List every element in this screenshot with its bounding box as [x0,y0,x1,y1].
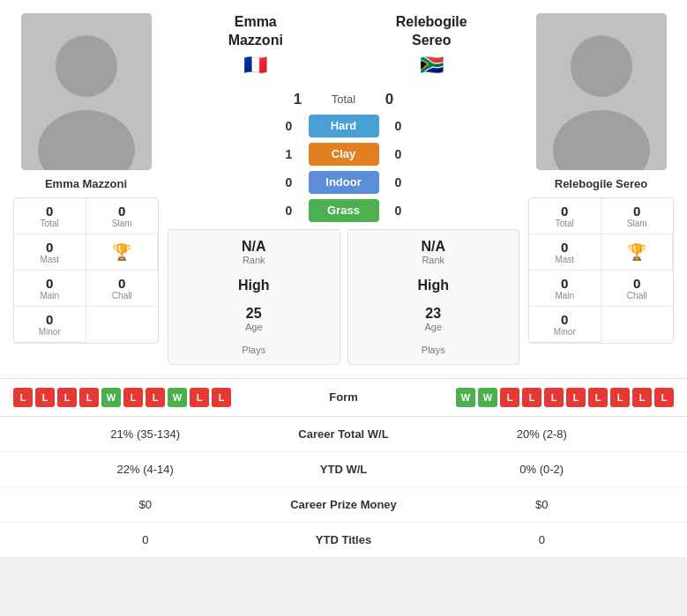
stats-row-right-2: $0 [414,498,670,511]
grass-score-right: 0 [386,204,411,218]
hard-row: 0 Hard 0 [168,112,519,140]
left-player-flag: 🇫🇷 [168,54,344,77]
right-stat-main: 0 Main [529,271,601,307]
left-stat-main: 0 Main [14,271,86,307]
right-high-row: High [417,278,449,293]
right-stat-total: 0 Total [529,198,601,234]
clay-score-right: 0 [386,147,411,161]
form-badge-right-3: L [522,388,541,407]
main-container: Emma Mazzoni 0 Total 0 Slam 0 Mast 🏆 [0,0,687,558]
stats-row-left-3: 0 [18,533,273,546]
left-player-stats-grid: 0 Total 0 Slam 0 Mast 🏆 0 Main [13,197,159,344]
form-badge-left-7: W [168,388,187,407]
clay-row: 1 Clay 0 [168,140,519,168]
indoor-row: 0 Indoor 0 [168,168,519,197]
total-row: 1 Total 0 [168,85,519,112]
right-rank-row: N/A Rank [421,239,445,265]
indoor-label: Indoor [309,171,379,194]
surface-scores-block: 1 Total 0 0 Hard 0 1 Clay 0 0 [168,85,519,225]
left-player-column: Emma Mazzoni 0 Total 0 Slam 0 Mast 🏆 [13,13,159,365]
left-stat-minor: 0 Minor [14,307,86,343]
center-column: Emma Mazzoni 🇫🇷 Relebogile Sereo 🇿🇦 1 To… [168,13,519,365]
right-stat-slam: 0 Slam [601,198,674,234]
form-badge-right-1: W [478,388,497,407]
form-badge-right-7: L [610,388,630,407]
total-score-left: 1 [286,91,310,108]
stats-row-center-0: Career Total W/L [273,427,414,441]
right-trophy-icon-cell: 🏆 [601,234,674,271]
left-player-header: Emma Mazzoni 🇫🇷 [168,13,344,77]
right-player-flag: 🇿🇦 [344,54,520,77]
left-age-row: 25 Age [245,306,263,332]
total-label: Total [317,93,370,106]
grass-row: 0 Grass 0 [168,197,519,225]
right-player-stats-grid: 0 Total 0 Slam 0 Mast 🏆 0 Main [528,197,674,344]
form-badge-left-4: W [101,388,121,407]
form-label: Form [300,390,388,404]
hard-score-left: 0 [277,119,302,133]
total-score-right: 0 [377,91,402,108]
form-badge-left-1: L [35,388,55,407]
form-badge-left-5: L [123,388,143,407]
info-panels-row: N/A Rank High 25 Age Plays [168,229,519,365]
clay-label: Clay [309,143,379,166]
left-trophy-icon-cell: 🏆 [86,234,159,271]
right-player-header: Relebogile Sereo 🇿🇦 [344,13,520,77]
left-player-avatar [21,13,152,170]
stats-row-left-1: 22% (4-14) [18,463,273,476]
stats-row-center-1: YTD W/L [273,463,414,476]
right-info-panel: N/A Rank High 23 Age Plays [347,229,520,365]
left-stat-slam: 0 Slam [86,198,159,234]
left-stat-total: 0 Total [14,198,86,234]
stats-row-1: 22% (4-14)YTD W/L0% (0-2) [0,452,687,487]
stats-row-left-0: 21% (35-134) [18,427,273,441]
form-section: LLLLWLLWLL Form WWLLLLLLLL [0,378,687,416]
stats-row-center-2: Career Prize Money [273,498,414,511]
right-player-avatar [536,13,667,170]
form-badge-left-2: L [57,388,77,407]
left-rank-row: N/A Rank [242,239,266,265]
form-badges-right: WWLLLLLLLL [388,388,675,407]
left-player-name: Emma Mazzoni [45,177,127,190]
stats-row-2: $0Career Prize Money$0 [0,487,687,523]
left-plays-row: Plays [242,345,265,355]
indoor-score-right: 0 [386,175,411,189]
right-plays-row: Plays [422,345,445,355]
left-stat-chall: 0 Chall [86,271,159,307]
svg-point-1 [56,35,117,97]
form-badge-right-5: L [566,388,586,407]
stats-row-right-3: 0 [414,533,670,546]
top-section: Emma Mazzoni 0 Total 0 Slam 0 Mast 🏆 [0,0,687,378]
right-stat-minor: 0 Minor [529,307,601,343]
svg-point-4 [571,35,632,97]
grass-score-left: 0 [277,204,302,218]
stats-row-right-0: 20% (2-8) [414,427,670,441]
stats-row-0: 21% (35-134)Career Total W/L20% (2-8) [0,417,687,452]
form-badge-right-2: L [500,388,519,407]
stats-table: 21% (35-134)Career Total W/L20% (2-8)22%… [0,416,687,558]
form-badge-left-0: L [13,388,33,407]
form-badge-right-0: W [456,388,475,407]
left-high-row: High [238,278,270,293]
stats-row-3: 0YTD Titles0 [0,523,687,558]
form-badge-right-8: L [632,388,652,407]
form-badge-right-4: L [544,388,564,407]
form-badge-right-9: L [654,388,674,407]
right-age-row: 23 Age [424,306,442,332]
form-badge-left-3: L [79,388,99,407]
stats-row-center-3: YTD Titles [273,533,414,546]
form-badge-left-6: L [146,388,165,407]
hard-label: Hard [309,115,379,137]
stats-row-left-2: $0 [18,498,273,511]
hard-score-right: 0 [386,119,411,133]
form-badge-left-8: L [190,388,209,407]
right-player-name: Relebogile Sereo [555,177,647,190]
left-stat-mast: 0 Mast [14,234,86,271]
clay-score-left: 1 [277,147,302,161]
form-badge-right-6: L [588,388,608,407]
right-stat-chall: 0 Chall [601,271,674,307]
form-badges-left: LLLLWLLWLL [13,388,300,407]
stats-row-right-1: 0% (0-2) [414,463,670,476]
left-info-panel: N/A Rank High 25 Age Plays [168,229,340,365]
right-player-column: Relebogile Sereo 0 Total 0 Slam 0 Mast 🏆 [528,13,674,365]
